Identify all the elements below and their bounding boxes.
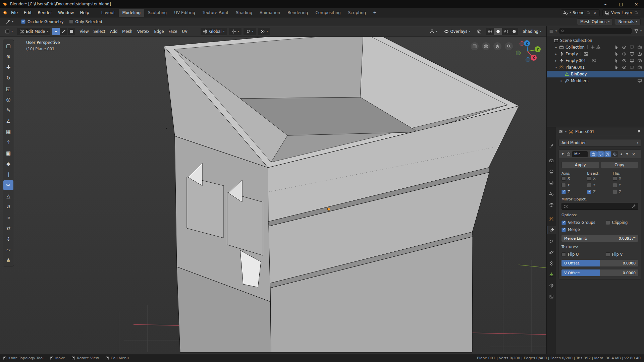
outliner-row-modifiers[interactable]: ▸Modifiers <box>547 77 644 84</box>
tool-cursor-button[interactable]: ⊕ <box>3 52 13 61</box>
tool-knife-button[interactable]: ✂ <box>3 180 13 190</box>
properties-tab-world[interactable] <box>547 201 556 209</box>
v-offset-slider[interactable]: V Offset: 0.0000 <box>561 269 638 276</box>
menu-render[interactable]: Render <box>35 9 55 16</box>
tool-edge-slide-button[interactable]: ⇄ <box>3 223 13 233</box>
properties-tab-render[interactable] <box>547 157 556 165</box>
outliner-search-field[interactable] <box>558 28 632 34</box>
flip-x-checkbox[interactable] <box>613 176 617 181</box>
active-tool-dropdown[interactable]: ▾ <box>3 18 16 25</box>
overlays-toggle[interactable]: Overlays ▾ <box>442 28 473 35</box>
menu-help[interactable]: Help <box>77 9 92 16</box>
camera-toggle-icon[interactable] <box>637 65 642 70</box>
face-select-mode-button[interactable] <box>68 28 75 35</box>
properties-tab-modifiers[interactable] <box>547 226 556 234</box>
close-button[interactable]: × <box>629 0 644 8</box>
monitor-toggle-icon[interactable] <box>630 58 634 63</box>
pin-icon[interactable] <box>637 129 641 134</box>
mirror-flip-y[interactable]: Y <box>613 183 638 187</box>
properties-tab-texture[interactable] <box>547 293 556 301</box>
tool-poly-build-button[interactable]: △ <box>3 191 13 201</box>
menu-file[interactable]: File <box>8 9 21 16</box>
checkbox-box[interactable] <box>69 19 73 24</box>
axis-y-checkbox[interactable] <box>561 183 566 187</box>
gizmo-z-negative-ball[interactable] <box>526 58 530 62</box>
flip-y-checkbox[interactable] <box>613 183 617 187</box>
properties-tab-object[interactable] <box>547 215 556 223</box>
modifier-edit-mode-toggle[interactable] <box>604 151 611 157</box>
outliner-row-scene-collection[interactable]: Scene Collection <box>547 37 644 44</box>
snap-dropdown[interactable]: ▾ <box>244 28 256 35</box>
disclosure-icon[interactable]: ▸ <box>554 52 558 56</box>
tool-loop-cut-button[interactable]: ∥ <box>3 170 13 179</box>
properties-tab-scene[interactable] <box>547 190 556 198</box>
tool-rotate-button[interactable]: ↻ <box>3 73 13 83</box>
new-scene-button[interactable] <box>586 11 591 14</box>
navigation-gizmo[interactable]: Z Y X <box>516 40 541 62</box>
modifier-cage-toggle[interactable] <box>611 151 618 157</box>
outliner-row-empty-001[interactable]: ▸Empty.001 <box>547 57 644 64</box>
scene-selector[interactable]: ▾ Scene × <box>561 9 600 16</box>
eye-toggle-icon[interactable] <box>622 65 627 70</box>
properties-editor-icon[interactable] <box>558 129 563 134</box>
clipping-checkbox[interactable]: Clipping <box>606 220 638 225</box>
add-modifier-dropdown[interactable]: Add Modifier ▾ <box>558 139 641 146</box>
outliner-row-plane-001[interactable]: ▾Plane.001 <box>547 64 644 71</box>
workspace-tab-texture-paint[interactable]: Texture Paint <box>199 9 232 17</box>
merge-checkbox[interactable]: Merge <box>561 227 606 232</box>
outliner-row-empty[interactable]: ▸Empty <box>547 51 644 57</box>
minimize-button[interactable]: – <box>598 0 613 8</box>
maximize-button[interactable]: □ <box>613 0 629 8</box>
properties-tab-material[interactable] <box>547 282 556 290</box>
viewport-menu-uv[interactable]: UV <box>180 28 190 35</box>
workspace-tab-layout[interactable]: Layout <box>98 9 119 17</box>
disclosure-icon[interactable]: ▸ <box>554 46 558 49</box>
outliner-row-collection[interactable]: ▸Collection <box>547 44 644 51</box>
zoom-view-button[interactable] <box>505 42 513 50</box>
modifier-realtime-toggle[interactable] <box>597 151 604 157</box>
monitor-toggle-icon[interactable] <box>630 52 634 56</box>
flip-v-checkbox[interactable]: Flip V <box>606 252 638 257</box>
workspace-tab-modeling[interactable]: Modeling <box>119 9 145 17</box>
blender-menu-icon[interactable] <box>3 10 7 15</box>
vertex-select-mode-button[interactable] <box>52 28 60 35</box>
tool-shear-button[interactable]: ▱ <box>3 245 13 254</box>
properties-tab-tool[interactable] <box>547 142 556 150</box>
eyedropper-icon[interactable] <box>631 204 636 209</box>
monitor-toggle-icon[interactable] <box>630 65 634 70</box>
axis-x-checkbox[interactable] <box>561 176 566 181</box>
viewport-menu-select[interactable]: Select <box>91 28 108 35</box>
mesh-options-panel-button[interactable]: Mesh Options ▾ <box>577 18 613 25</box>
disclosure-icon[interactable]: ▾ <box>554 66 558 69</box>
tool-smooth-button[interactable]: ≈ <box>3 213 13 222</box>
properties-tab-constraints[interactable] <box>547 259 556 267</box>
viewport-menu-view[interactable]: View <box>77 28 91 35</box>
viewport-scene[interactable]: Z Y X <box>0 37 546 354</box>
mirror-bisect-z[interactable]: Z <box>587 190 612 194</box>
mirror-bisect-y[interactable]: Y <box>587 183 612 187</box>
monitor-toggle-icon[interactable] <box>630 45 634 50</box>
add-workspace-button[interactable]: + <box>370 9 379 16</box>
solid-shading-button[interactable] <box>494 28 502 35</box>
disclosure-icon[interactable]: ▸ <box>559 79 564 82</box>
flip-z-checkbox[interactable] <box>613 190 617 194</box>
xray-toggle[interactable] <box>475 28 484 35</box>
mirror-axis-y[interactable]: Y <box>561 183 587 187</box>
pointer-toggle-icon[interactable] <box>614 65 619 70</box>
checkbox-box[interactable] <box>561 228 566 232</box>
camera-toggle-icon[interactable] <box>637 58 642 63</box>
mirror-object-field[interactable] <box>561 203 638 210</box>
pointer-toggle-icon[interactable] <box>614 58 619 63</box>
editor-type-button[interactable]: ▾ <box>3 28 15 35</box>
remove-modifier-button[interactable]: × <box>631 152 636 157</box>
mirror-bisect-x[interactable]: X <box>587 176 612 181</box>
shading-dropdown[interactable]: Shading ▾ <box>520 28 544 35</box>
checkbox-box[interactable] <box>561 221 566 225</box>
workspace-tab-sculpting[interactable]: Sculpting <box>144 9 170 17</box>
tool-shrink-fatten-button[interactable]: ⇕ <box>3 234 13 244</box>
outliner-editor-icon[interactable] <box>549 29 554 34</box>
camera-toggle-icon[interactable] <box>637 52 642 56</box>
move-modifier-down-button[interactable]: ▼ <box>625 153 629 156</box>
breadcrumb-object-name[interactable]: Plane.001 <box>575 129 594 134</box>
checkbox-box[interactable] <box>21 19 25 24</box>
